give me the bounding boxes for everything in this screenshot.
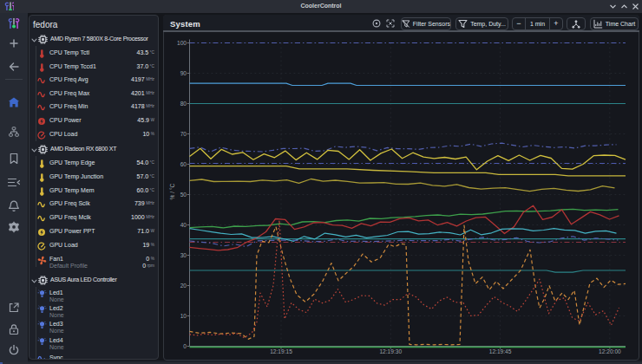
svg-text:12:19:15: 12:19:15: [270, 348, 292, 354]
svg-text:% / °C: % / °C: [169, 183, 175, 199]
svg-text:0: 0: [183, 343, 187, 349]
svg-text:30: 30: [180, 252, 187, 258]
svg-text:40: 40: [180, 222, 187, 228]
svg-text:50: 50: [180, 192, 187, 198]
svg-text:100: 100: [177, 40, 187, 46]
svg-text:20: 20: [180, 283, 187, 289]
svg-text:70: 70: [180, 131, 187, 137]
svg-text:12:20:00: 12:20:00: [599, 348, 621, 354]
svg-text:12:19:30: 12:19:30: [379, 348, 402, 354]
svg-text:60: 60: [180, 161, 187, 167]
svg-text:12:19:45: 12:19:45: [489, 348, 512, 354]
svg-text:90: 90: [180, 70, 187, 76]
svg-text:10: 10: [180, 313, 187, 319]
svg-text:80: 80: [180, 101, 187, 107]
